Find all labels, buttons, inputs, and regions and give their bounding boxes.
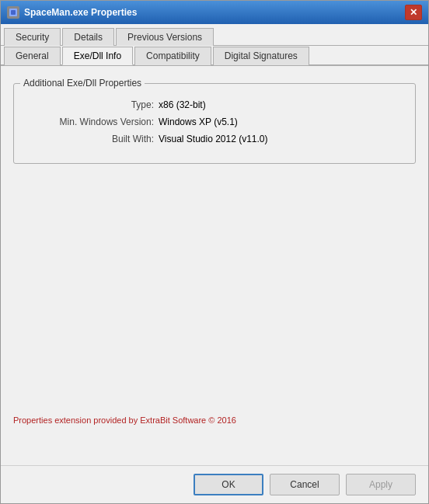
prop-label-built-with: Built With:: [26, 134, 159, 144]
cancel-button[interactable]: Cancel: [270, 474, 340, 495]
tab-general[interactable]: General: [4, 47, 61, 65]
app-icon: [7, 6, 19, 19]
footer-text: Properties extension provided by ExtraBi…: [13, 415, 236, 425]
properties-window: SpaceMan.exe Properties ✕ Security Detai…: [0, 0, 429, 504]
tab-previous-versions[interactable]: Previous Versions: [116, 28, 214, 46]
prop-label-type: Type:: [26, 99, 159, 110]
close-button[interactable]: ✕: [405, 5, 422, 20]
prop-row-built-with: Built With: Visual Studio 2012 (v11.0): [26, 134, 403, 144]
group-box-title: Additional Exe/Dll Properties: [20, 78, 145, 89]
tab-compatibility[interactable]: Compatibility: [134, 47, 211, 65]
tab-digital-signatures[interactable]: Digital Signatures: [213, 47, 309, 65]
ok-button[interactable]: OK: [194, 474, 263, 495]
tab-exe-dll-info[interactable]: Exe/Dll Info: [62, 47, 133, 65]
svg-rect-1: [11, 10, 16, 15]
title-bar: SpaceMan.exe Properties ✕: [1, 1, 428, 24]
properties-group-box: Additional Exe/Dll Properties Type: x86 …: [13, 83, 416, 164]
prop-value-min-version: Windows XP (v5.1): [159, 116, 238, 127]
button-row: OK Cancel Apply: [1, 465, 428, 503]
prop-row-min-version: Min. Windows Version: Windows XP (v5.1): [26, 116, 403, 127]
tab-security[interactable]: Security: [4, 28, 61, 46]
tab-row-1: Security Details Previous Versions: [1, 24, 428, 46]
prop-row-type: Type: x86 (32-bit): [26, 99, 403, 110]
tab-row-2: General Exe/Dll Info Compatibility Digit…: [1, 46, 428, 66]
tab-details[interactable]: Details: [62, 28, 114, 46]
apply-button: Apply: [346, 474, 416, 495]
prop-label-min-version: Min. Windows Version:: [26, 116, 159, 127]
content-area: Additional Exe/Dll Properties Type: x86 …: [1, 66, 428, 465]
properties-table: Type: x86 (32-bit) Min. Windows Version:…: [26, 99, 403, 144]
window-title: SpaceMan.exe Properties: [24, 7, 405, 18]
prop-value-type: x86 (32-bit): [159, 99, 206, 110]
prop-value-built-with: Visual Studio 2012 (v11.0): [159, 134, 268, 144]
